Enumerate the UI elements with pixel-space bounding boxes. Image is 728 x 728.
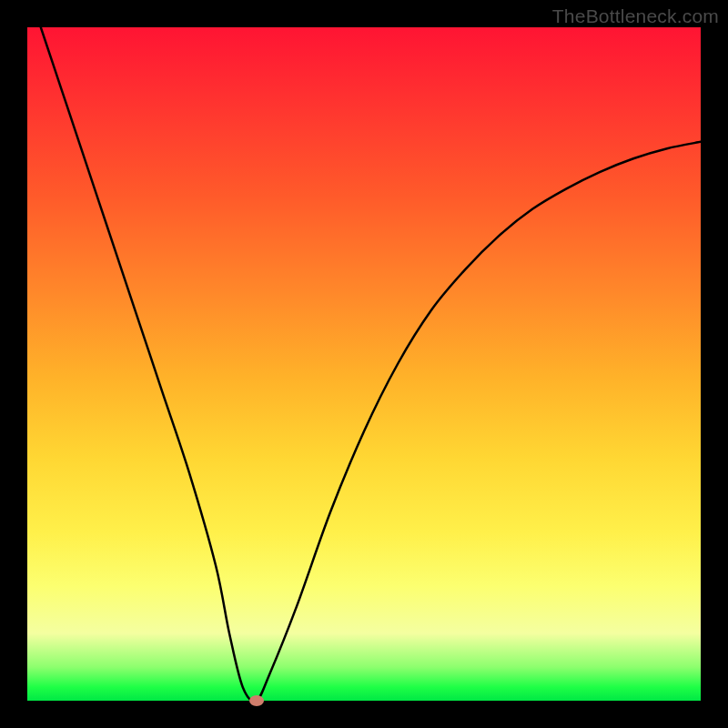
bottleneck-curve xyxy=(27,27,701,701)
plot-area xyxy=(27,27,701,701)
watermark-text: TheBottleneck.com xyxy=(552,5,719,27)
minimum-marker xyxy=(249,695,264,706)
chart-frame: TheBottleneck.com xyxy=(0,0,728,728)
